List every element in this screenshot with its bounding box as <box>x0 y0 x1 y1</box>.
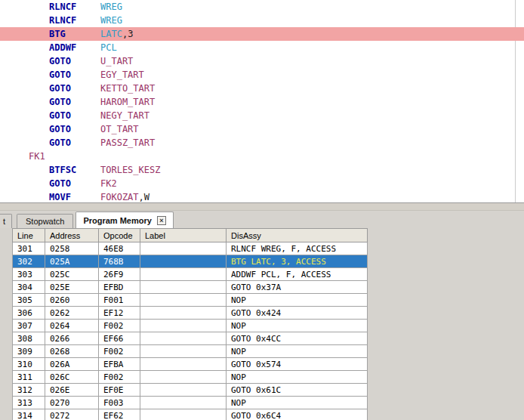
memory-row[interactable]: 3140272EF62GOTO 0x6C4 <box>13 409 368 420</box>
code-opcode: GOTO <box>49 95 71 109</box>
operand-main: NEGY_TART <box>100 110 149 121</box>
code-line[interactable]: MOVFFOKOZAT,W <box>0 190 524 203</box>
code-opcode: RLNCF <box>49 0 76 14</box>
code-opcode: GOTO <box>49 136 71 150</box>
cell-disassy: GOTO 0x37A <box>227 281 368 294</box>
splitter-handle[interactable] <box>0 203 524 211</box>
cell-disassy: NOP <box>227 397 368 409</box>
column-header-disassy[interactable]: DisAssy <box>227 229 368 242</box>
code-opcode: BTG <box>49 27 66 41</box>
cell-label <box>140 294 227 307</box>
operand-main: FK2 <box>100 178 117 189</box>
code-operand: EGY_TART <box>100 68 144 82</box>
cell-line: 313 <box>13 397 45 409</box>
code-line[interactable]: GOTOPASSZ_TART <box>0 136 524 150</box>
operand-main: TORLES_KESZ <box>100 165 160 175</box>
column-header-opcode[interactable]: Opcode <box>99 229 140 242</box>
operand-main: FOKOZAT <box>100 192 139 202</box>
memory-row[interactable]: 304025EEFBDGOTO 0x37A <box>13 281 368 294</box>
operand-suffix: ,W <box>139 192 149 202</box>
code-opcode: GOTO <box>49 54 71 68</box>
cell-address: 0268 <box>45 345 99 358</box>
code-line[interactable]: GOTOKETTO_TART <box>0 82 524 95</box>
cell-label <box>140 397 227 409</box>
code-opcode: ADDWF <box>49 41 76 54</box>
operand-main: EGY_TART <box>100 69 144 80</box>
memory-row[interactable]: 312026EEF0EGOTO 0x61C <box>13 384 368 397</box>
cell-address: 025A <box>45 255 99 268</box>
cell-label <box>140 345 227 358</box>
code-opcode: GOTO <box>49 68 71 82</box>
code-line-current[interactable]: BTGLATC,3 <box>0 27 524 41</box>
cell-line: 303 <box>13 268 45 281</box>
code-line[interactable]: GOTOFK2 <box>0 177 524 190</box>
operand-main: PCL <box>100 42 117 53</box>
code-line[interactable]: RLNCFWREG <box>0 14 524 27</box>
code-line[interactable]: RLNCFWREG <box>0 0 524 14</box>
program-memory-panel: LineAddressOpcodeLabelDisAssy 301025846E… <box>12 228 367 420</box>
cell-address: 026A <box>45 358 99 371</box>
cell-opcode: F002 <box>99 345 140 358</box>
tab-stopwatch[interactable]: Stopwatch <box>17 214 73 228</box>
cell-line: 304 <box>13 281 45 294</box>
cell-address: 026E <box>45 384 99 397</box>
code-line[interactable]: FK1 <box>0 150 524 163</box>
code-line[interactable]: ADDWFPCL <box>0 41 524 54</box>
cell-line: 301 <box>13 242 45 255</box>
cell-disassy: GOTO 0x6C4 <box>227 409 368 420</box>
code-operand: FOKOZAT,W <box>100 190 149 203</box>
bottom-panel: t Stopwatch Program Memory × LineAddress… <box>0 211 524 420</box>
cell-disassy: NOP <box>227 345 368 358</box>
memory-row[interactable]: 301025846E8RLNCF WREG, F, ACCESS <box>13 242 368 255</box>
memory-row-selected[interactable]: 302025A768BBTG LATC, 3, ACCESS <box>13 255 368 268</box>
code-line[interactable]: GOTOOT_TART <box>0 122 524 136</box>
memory-row[interactable]: 3050260F001NOP <box>13 294 368 307</box>
code-label: FK1 <box>29 150 45 163</box>
code-editor[interactable]: RLNCFWREGRLNCFWREGBTGLATC,3ADDWFPCLGOTOU… <box>0 0 524 203</box>
code-line[interactable]: GOTOHAROM_TART <box>0 95 524 109</box>
cell-disassy: NOP <box>227 294 368 307</box>
memory-row[interactable]: 3080266EF66GOTO 0x4CC <box>13 332 368 345</box>
cell-opcode: F001 <box>99 294 140 307</box>
cell-label <box>140 409 227 420</box>
memory-row[interactable]: 310026AEFBAGOTO 0x574 <box>13 358 368 371</box>
column-header-line[interactable]: Line <box>13 229 45 242</box>
memory-row[interactable]: 3070264F002NOP <box>13 320 368 332</box>
column-header-address[interactable]: Address <box>45 229 99 242</box>
close-tab-icon[interactable]: × <box>157 216 166 225</box>
cell-address: 025E <box>45 281 99 294</box>
cell-opcode: 46E8 <box>99 242 140 255</box>
column-header-label[interactable]: Label <box>140 229 227 242</box>
memory-row[interactable]: 3060262EF12GOTO 0x424 <box>13 307 368 320</box>
memory-row[interactable]: 311026CF002NOP <box>13 371 368 384</box>
cell-disassy: RLNCF WREG, F, ACCESS <box>227 242 368 255</box>
tab-program-memory[interactable]: Program Memory × <box>76 212 173 228</box>
code-operand: LATC,3 <box>100 27 133 41</box>
operand-main: HAROM_TART <box>100 97 155 107</box>
operand-main: WREG <box>100 15 122 26</box>
memory-row[interactable]: 303025C26F9ADDWF PCL, F, ACCESS <box>13 268 368 281</box>
memory-row[interactable]: 3130270F003NOP <box>13 397 368 409</box>
cell-opcode: EFBA <box>99 358 140 371</box>
cell-disassy: GOTO 0x424 <box>227 307 368 320</box>
cell-line: 314 <box>13 409 45 420</box>
cell-opcode: F003 <box>99 397 140 409</box>
code-line[interactable]: GOTOEGY_TART <box>0 68 524 82</box>
operand-main: OT_TART <box>100 124 139 134</box>
code-line[interactable]: GOTONEGY_TART <box>0 109 524 122</box>
cell-disassy: NOP <box>227 320 368 332</box>
code-operand: U_TART <box>100 54 133 68</box>
cell-label <box>140 307 227 320</box>
cell-label <box>140 332 227 345</box>
cell-opcode: EF12 <box>99 307 140 320</box>
cell-opcode: EFBD <box>99 281 140 294</box>
code-line[interactable]: BTFSCTORLES_KESZ <box>0 163 524 177</box>
tab-partial[interactable]: t <box>0 214 12 228</box>
code-operand: KETTO_TART <box>100 82 155 95</box>
code-line[interactable]: GOTOU_TART <box>0 54 524 68</box>
code-operand: WREG <box>100 0 122 14</box>
memory-row[interactable]: 3090268F002NOP <box>13 345 368 358</box>
program-memory-table: LineAddressOpcodeLabelDisAssy 301025846E… <box>12 228 368 420</box>
cell-opcode: EF62 <box>99 409 140 420</box>
operand-main: U_TART <box>100 56 133 66</box>
